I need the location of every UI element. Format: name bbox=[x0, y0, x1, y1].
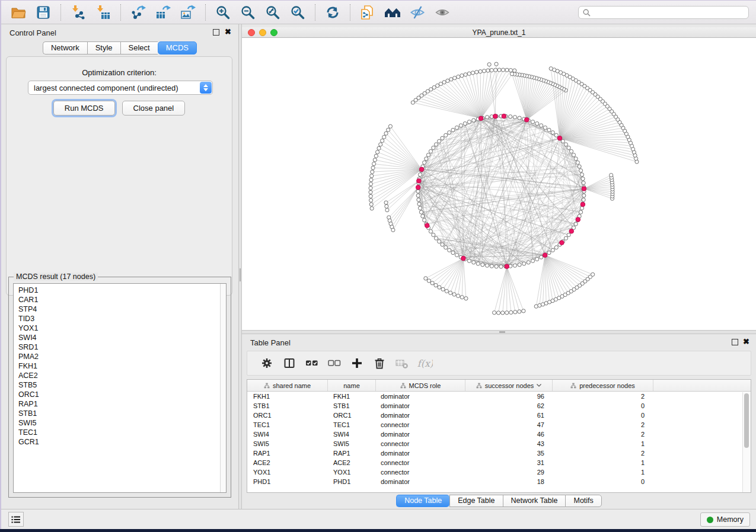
tab-edge-table[interactable]: Edge Table bbox=[449, 495, 502, 507]
graph-node[interactable] bbox=[444, 246, 448, 249]
table-row[interactable]: ACE2ACE2connector311 bbox=[247, 458, 751, 467]
graph-node[interactable] bbox=[467, 72, 471, 75]
add-column-icon[interactable] bbox=[349, 355, 365, 371]
graph-node[interactable] bbox=[578, 165, 581, 168]
list-item[interactable]: ORC1 bbox=[18, 390, 226, 399]
graph-node[interactable] bbox=[384, 201, 388, 204]
mcds-result-list[interactable]: PHD1CAR1STP4TID3YOX1SWI4SRD1PMA2FKH1ACE2… bbox=[13, 283, 227, 493]
graph-node[interactable] bbox=[518, 263, 521, 267]
mcds-node[interactable] bbox=[417, 179, 422, 184]
mcds-node[interactable] bbox=[524, 117, 529, 122]
graph-node[interactable] bbox=[490, 68, 493, 72]
graph-node[interactable] bbox=[441, 136, 444, 140]
graph-node[interactable] bbox=[429, 149, 432, 153]
graph-node[interactable] bbox=[497, 68, 501, 72]
graph-node[interactable] bbox=[457, 75, 460, 78]
graph-node[interactable] bbox=[449, 78, 453, 81]
graph-node[interactable] bbox=[369, 198, 372, 202]
graph-node[interactable] bbox=[419, 210, 423, 214]
graph-node[interactable] bbox=[459, 124, 462, 127]
graph-node[interactable] bbox=[580, 173, 583, 177]
hide-selected-icon[interactable] bbox=[408, 3, 427, 22]
graph-node[interactable] bbox=[494, 68, 497, 72]
graph-node[interactable] bbox=[510, 72, 513, 76]
graph-node[interactable] bbox=[582, 181, 585, 185]
mcds-node[interactable] bbox=[505, 264, 509, 269]
graph-node[interactable] bbox=[379, 143, 382, 146]
graph-node[interactable] bbox=[369, 203, 373, 206]
list-item[interactable]: STP4 bbox=[18, 305, 226, 314]
graph-node[interactable] bbox=[486, 69, 490, 72]
graph-node[interactable] bbox=[387, 128, 390, 132]
table-row[interactable]: TEC1TEC1connector472 bbox=[247, 420, 751, 430]
graph-node[interactable] bbox=[444, 133, 448, 137]
tab-motifs[interactable]: Motifs bbox=[565, 495, 601, 507]
mcds-node[interactable] bbox=[582, 187, 586, 191]
close-panel-button[interactable]: Close panel bbox=[122, 101, 186, 116]
list-scrollbar[interactable] bbox=[220, 284, 226, 492]
float-panel-icon[interactable] bbox=[732, 339, 738, 345]
graph-node[interactable] bbox=[535, 257, 539, 261]
graph-node[interactable] bbox=[482, 69, 486, 73]
graph-node[interactable] bbox=[374, 154, 378, 158]
graph-node[interactable] bbox=[497, 311, 500, 315]
graph-node[interactable] bbox=[460, 74, 464, 78]
graph-node[interactable] bbox=[574, 222, 578, 226]
graph-node[interactable] bbox=[441, 287, 445, 291]
mcds-node[interactable] bbox=[502, 114, 506, 118]
graph-node[interactable] bbox=[513, 116, 516, 119]
list-item[interactable]: GCR1 bbox=[18, 437, 226, 447]
graph-node[interactable] bbox=[391, 228, 395, 232]
list-item[interactable]: FKH1 bbox=[18, 361, 226, 371]
search-input[interactable] bbox=[593, 8, 748, 17]
zoom-fit-icon[interactable] bbox=[263, 3, 282, 22]
graph-node[interactable] bbox=[582, 194, 586, 197]
graph-node[interactable] bbox=[490, 264, 493, 268]
mcds-node[interactable] bbox=[479, 116, 483, 121]
graph-node[interactable] bbox=[438, 139, 441, 143]
graph-node[interactable] bbox=[426, 153, 430, 156]
graph-node[interactable] bbox=[382, 135, 386, 139]
tab-node-table[interactable]: Node Table bbox=[396, 495, 449, 507]
close-panel-icon[interactable]: ✖ bbox=[225, 28, 231, 36]
graph-node[interactable] bbox=[540, 124, 543, 127]
graph-node[interactable] bbox=[554, 133, 558, 137]
graph-node[interactable] bbox=[472, 261, 476, 264]
graph-node[interactable] bbox=[543, 126, 547, 129]
graph-node[interactable] bbox=[564, 236, 567, 240]
graph-node[interactable] bbox=[438, 286, 441, 289]
import-network-icon[interactable] bbox=[69, 3, 88, 22]
graph-node[interactable] bbox=[509, 68, 512, 72]
graph-node[interactable] bbox=[370, 207, 374, 210]
graph-node[interactable] bbox=[429, 229, 432, 233]
graph-node[interactable] bbox=[554, 246, 558, 249]
graph-node[interactable] bbox=[370, 174, 374, 178]
graph-node[interactable] bbox=[416, 190, 420, 193]
list-item[interactable]: STB1 bbox=[18, 409, 226, 418]
table-row[interactable]: SWI5SWI5connector431 bbox=[247, 439, 751, 448]
column-header[interactable]: name bbox=[328, 380, 376, 391]
graph-node[interactable] bbox=[501, 311, 505, 315]
graph-node[interactable] bbox=[430, 281, 434, 285]
graph-node[interactable] bbox=[451, 251, 455, 254]
open-folder-icon[interactable] bbox=[9, 3, 28, 22]
graph-node[interactable] bbox=[485, 264, 489, 267]
graph-node[interactable] bbox=[423, 219, 426, 222]
graph-node[interactable] bbox=[371, 170, 374, 174]
mcds-node[interactable] bbox=[543, 253, 547, 258]
list-item[interactable]: SWI5 bbox=[18, 418, 226, 428]
import-table-icon[interactable] bbox=[94, 3, 113, 22]
graph-node[interactable] bbox=[564, 143, 567, 146]
list-item[interactable]: SWI4 bbox=[18, 333, 226, 342]
graph-node[interactable] bbox=[547, 251, 551, 254]
graph-node[interactable] bbox=[567, 233, 570, 236]
list-item[interactable]: STB5 bbox=[18, 380, 226, 390]
tab-mcds[interactable]: MCDS bbox=[158, 41, 197, 55]
graph-node[interactable] bbox=[369, 194, 372, 198]
graph-node[interactable] bbox=[551, 131, 554, 134]
mcds-node[interactable] bbox=[569, 229, 574, 233]
graph-node[interactable] bbox=[610, 174, 613, 177]
graph-node[interactable] bbox=[385, 209, 389, 212]
graph-node[interactable] bbox=[448, 248, 451, 252]
graph-node[interactable] bbox=[527, 261, 530, 264]
